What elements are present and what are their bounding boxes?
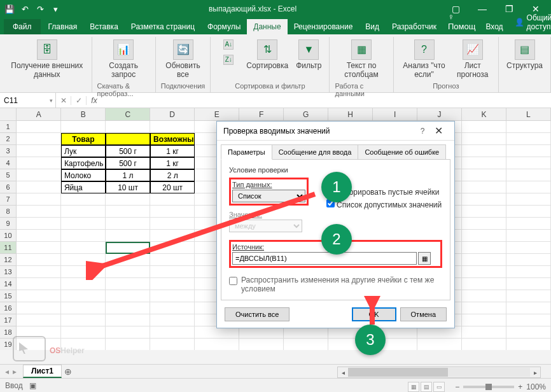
share-button[interactable]: 👤Общий доступ [508,10,551,34]
cell[interactable] [150,326,195,339]
cell[interactable] [462,181,506,193]
dialog-tab-input-msg[interactable]: Сообщение для ввода [272,144,359,160]
cancel-button[interactable]: Отмена [400,307,447,321]
cell[interactable] [17,169,61,181]
cell[interactable] [506,326,551,339]
cell[interactable] [506,290,551,302]
cell[interactable] [506,266,551,278]
cell[interactable] [17,254,61,266]
cell[interactable] [106,314,150,326]
col-header[interactable]: H [328,108,373,120]
cell[interactable] [17,242,61,254]
cell[interactable] [506,230,551,242]
cell[interactable] [61,314,106,326]
cell[interactable] [462,121,506,133]
page-layout-icon[interactable]: ▤ [421,382,432,392]
scroll-left-icon[interactable]: ◂ [338,369,348,376]
zoom-slider[interactable] [463,386,514,388]
cell[interactable] [106,133,150,145]
cell[interactable]: 500 г [106,157,150,169]
tab-review[interactable]: Рецензирование [288,19,359,34]
cell[interactable] [506,157,551,169]
cell[interactable] [506,181,551,193]
cell[interactable] [17,230,61,242]
sort-button[interactable]: ⇅Сортировка [244,38,291,71]
scroll-right-icon[interactable]: ▸ [530,369,540,376]
tab-formulas[interactable]: Формулы [201,19,247,34]
sort-desc-button[interactable]: Z↓ [216,53,241,67]
col-header[interactable]: B [61,108,106,120]
row-header[interactable]: 3 [0,145,17,157]
cell[interactable] [17,121,61,133]
cell[interactable] [17,145,61,157]
add-sheet-icon[interactable]: ⊕ [62,367,74,377]
cell[interactable] [462,314,506,326]
tab-developer[interactable]: Разработчик [386,19,443,34]
cell[interactable] [150,302,195,314]
col-header[interactable]: I [373,108,417,120]
tab-view[interactable]: Вид [359,19,386,34]
sheet-nav-prev-icon[interactable]: ◂ [5,367,9,376]
cell[interactable] [17,218,61,230]
cell[interactable] [506,339,551,350]
cell[interactable]: 1 кг [150,157,195,169]
cell[interactable] [506,254,551,266]
cell[interactable] [462,230,506,242]
page-break-icon[interactable]: ▭ [433,382,445,392]
cell[interactable] [506,302,551,314]
col-header[interactable]: D [150,108,195,120]
cell[interactable] [462,302,506,314]
col-header[interactable]: K [462,108,506,120]
name-box[interactable]: C11 [0,93,56,108]
tab-layout[interactable]: Разметка страниц [125,19,201,34]
cell[interactable]: 500 г [106,145,150,157]
undo-icon[interactable]: ↶ [18,2,32,16]
zoom-out-icon[interactable]: − [455,382,459,391]
row-header[interactable]: 17 [0,314,17,326]
col-header[interactable]: F [239,108,284,120]
redo-icon[interactable]: ↷ [33,2,47,16]
cell[interactable] [106,121,150,133]
col-header[interactable]: G [284,108,328,120]
login-button[interactable]: Вход [480,19,508,34]
cell[interactable] [150,339,195,350]
tab-insert[interactable]: Вставка [83,19,125,34]
col-header[interactable]: J [417,108,462,120]
row-header[interactable]: 5 [0,169,17,181]
tab-file[interactable]: Файл [4,19,41,34]
row-header[interactable]: 11 [0,242,17,254]
cell[interactable] [106,339,150,350]
forecast-button[interactable]: 📈Лист прогноза [452,38,493,81]
cell[interactable] [106,302,150,314]
cell[interactable] [462,278,506,290]
filter-button[interactable]: ▼Фильтр [293,38,324,71]
refresh-all-button[interactable]: 🔄Обновить все [161,38,206,81]
cell[interactable]: 1 л [106,169,150,181]
tab-home[interactable]: Главная [42,19,84,34]
cell[interactable] [506,242,551,254]
cell[interactable]: 1 кг [150,145,195,157]
cell[interactable] [506,278,551,290]
zoom-in-icon[interactable]: + [518,382,522,391]
cell[interactable]: Картофель [61,157,106,169]
cell[interactable] [506,133,551,145]
cell[interactable]: Молоко [61,169,106,181]
col-header[interactable]: A [17,108,61,120]
cell[interactable] [462,242,506,254]
cell[interactable] [61,121,106,133]
whatif-button[interactable]: ?Анализ "что если" [399,38,450,81]
cell[interactable] [17,157,61,169]
row-header[interactable]: 7 [0,193,17,206]
cell[interactable] [462,326,506,339]
macro-icon[interactable]: ▣ [29,381,36,390]
cell[interactable] [462,169,506,181]
qat-custom-icon[interactable]: ▾ [48,2,62,16]
cell[interactable]: Товар [61,133,106,145]
cell[interactable] [462,254,506,266]
cell[interactable] [506,218,551,230]
cell[interactable]: 2 л [150,169,195,181]
cancel-formula-icon[interactable]: ✕ [56,96,71,105]
row-header[interactable]: 15 [0,290,17,302]
cell[interactable] [506,206,551,218]
sort-asc-button[interactable]: A↓ [216,38,241,52]
